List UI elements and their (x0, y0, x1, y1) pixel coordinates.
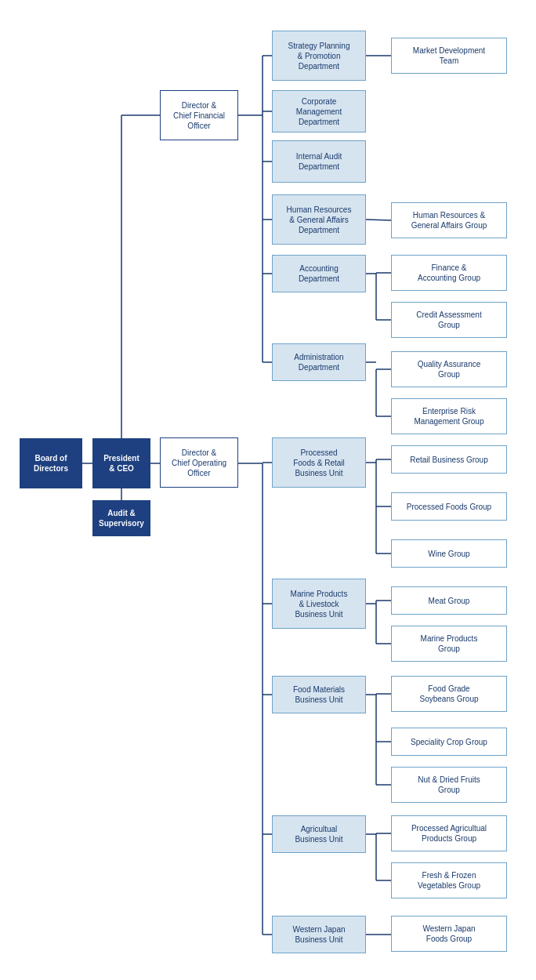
director-cfo: Director & Chief Financial Officer (160, 90, 238, 140)
market-development-team: Market Development Team (391, 38, 507, 74)
marine-products-bu: Marine Products & Livestock Business Uni… (272, 579, 366, 629)
president-ceo: President & CEO (92, 438, 150, 488)
accounting-dept: Accounting Department (272, 255, 366, 292)
processed-foods-retail-bu: Processed Foods & Retail Business Unit (272, 437, 366, 488)
food-grade-soybeans-group: Food Grade Soybeans Group (391, 676, 507, 712)
svg-line-16 (366, 220, 391, 220)
administration-dept: Administration Department (272, 343, 366, 381)
audit-supervisory: Audit & Supervisory (92, 500, 150, 536)
finance-accounting-group: Finance & Accounting Group (391, 255, 507, 291)
western-japan-foods-group: Western Japan Foods Group (391, 916, 507, 952)
org-chart: Board of Directors President & CEO Audit… (0, 0, 536, 980)
hr-dept: Human Resources & General Affairs Depart… (272, 194, 366, 245)
quality-assurance-group: Quality Assurance Group (391, 351, 507, 387)
fresh-frozen-group: Fresh & Frozen Vegetables Group (391, 862, 507, 898)
internal-audit-dept: Internal Audit Department (272, 140, 366, 183)
hr-general-affairs-group: Human Resources & General Affairs Group (391, 202, 507, 238)
western-japan-bu: Western Japan Business Unit (272, 916, 366, 953)
board-of-directors: Board of Directors (20, 438, 82, 488)
wine-group: Wine Group (391, 539, 507, 568)
corporate-management-dept: Corporate Management Department (272, 90, 366, 132)
marine-products-group: Marine Products Group (391, 626, 507, 662)
agricultural-bu: Agricultual Business Unit (272, 815, 366, 853)
meat-group: Meat Group (391, 586, 507, 615)
credit-assessment-group: Credit Assessment Group (391, 302, 507, 338)
enterprise-risk-group: Enterprise Risk Management Group (391, 398, 507, 434)
food-materials-bu: Food Materials Business Unit (272, 676, 366, 713)
processed-agricultural-group: Processed Agricultual Products Group (391, 815, 507, 851)
processed-foods-group: Processed Foods Group (391, 492, 507, 521)
retail-business-group: Retail Business Group (391, 445, 507, 474)
nut-dried-fruits-group: Nut & Dried Fruits Group (391, 767, 507, 803)
speciality-crop-group: Speciality Crop Group (391, 728, 507, 756)
director-coo: Director & Chief Operating Officer (160, 437, 238, 488)
strategy-planning-dept: Strategy Planning & Promotion Department (272, 31, 366, 81)
